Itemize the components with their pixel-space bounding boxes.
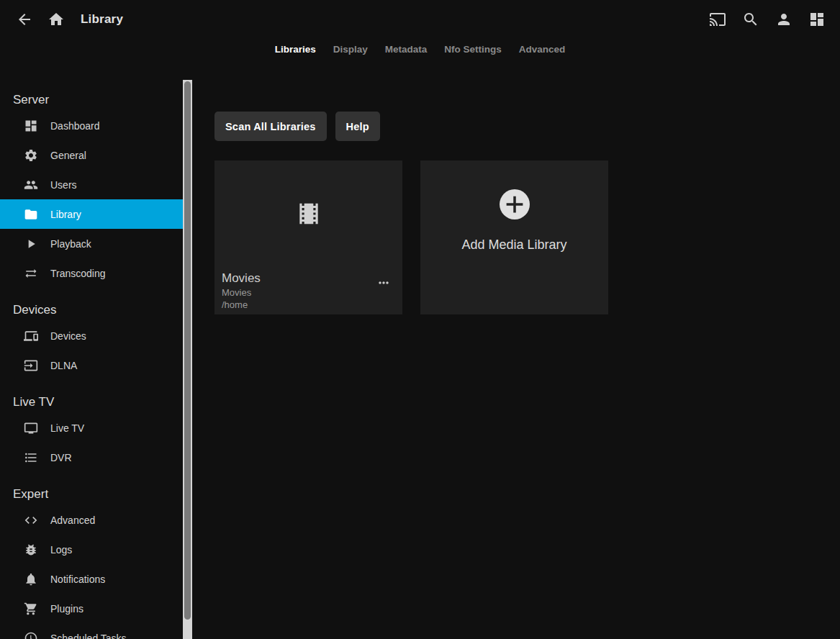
library-card-movies[interactable]: Movies Movies /home [214, 160, 402, 314]
search-icon [742, 11, 759, 28]
topbar: Library [0, 0, 840, 39]
sidebar-item-label: Users [50, 179, 77, 191]
settings-tabs: Libraries Display Metadata Nfo Settings … [0, 40, 840, 58]
scan-all-libraries-button[interactable]: Scan All Libraries [214, 112, 327, 141]
library-card-image [214, 160, 402, 267]
sidebar-item-label: Scheduled Tasks [50, 633, 127, 639]
input-icon [24, 358, 38, 373]
sidebar-item-label: Devices [50, 330, 86, 342]
home-button[interactable] [40, 4, 72, 35]
section-header-devices: Devices [0, 299, 192, 321]
tab-advanced[interactable]: Advanced [518, 42, 566, 56]
play-icon [24, 237, 38, 251]
help-button[interactable]: Help [335, 112, 380, 141]
sidebar-item-transcoding[interactable]: Transcoding [0, 258, 183, 288]
sidebar-item-logs[interactable]: Logs [0, 535, 183, 564]
sidebar-item-label: Playback [50, 238, 91, 250]
dashboard-icon [808, 11, 826, 28]
user-icon [775, 11, 792, 28]
clock-icon [24, 631, 38, 639]
sidebar-item-label: Logs [50, 544, 72, 556]
section-header-livetv: Live TV [0, 391, 192, 413]
sidebar-item-dashboard[interactable]: Dashboard [0, 111, 183, 140]
cast-icon [709, 11, 726, 28]
sidebar-item-label: Library [50, 209, 81, 220]
page-title: Library [81, 12, 123, 27]
sidebar-item-label: Plugins [50, 603, 83, 615]
section-header-server: Server [0, 89, 192, 111]
dashboard-icon [24, 119, 38, 133]
sidebar-item-devices[interactable]: Devices [0, 321, 183, 350]
sidebar-item-advanced[interactable]: Advanced [0, 505, 183, 535]
sidebar-item-scheduled-tasks[interactable]: Scheduled Tasks [0, 623, 183, 639]
gear-icon [24, 148, 38, 163]
add-media-library-label: Add Media Library [461, 237, 566, 253]
sidebar-item-label: Live TV [50, 422, 84, 434]
sidebar-section-server: Server Dashboard General Users Library P… [0, 89, 192, 288]
sidebar-section-devices: Devices Devices DLNA [0, 299, 192, 380]
library-type: Movies [222, 286, 395, 299]
drawer-scrollbar[interactable] [183, 80, 192, 639]
library-cards: Movies Movies /home Add Media Library [214, 160, 840, 314]
library-menu-button[interactable] [374, 273, 394, 293]
libraries-page: Scan All Libraries Help Movies Movies /h… [192, 78, 840, 639]
sidebar-item-label: Transcoding [50, 268, 106, 279]
sidebar-item-label: Notifications [50, 574, 105, 585]
dashboard-button[interactable] [801, 4, 833, 35]
library-title: Movies [222, 271, 395, 286]
sidebar-item-plugins[interactable]: Plugins [0, 594, 183, 623]
sidebar-section-expert: Expert Advanced Logs Notifications Plugi… [0, 484, 192, 639]
list-icon [24, 450, 38, 465]
sidebar-item-notifications[interactable]: Notifications [0, 564, 183, 594]
sidebar-item-label: DVR [50, 452, 72, 463]
tv-icon [24, 421, 38, 435]
search-button[interactable] [735, 4, 767, 35]
tab-nfo-settings[interactable]: Nfo Settings [443, 42, 502, 56]
tab-metadata[interactable]: Metadata [384, 42, 428, 56]
add-media-library-card[interactable]: Add Media Library [420, 160, 608, 314]
topbar-right [702, 4, 833, 35]
back-icon [16, 11, 33, 28]
tab-libraries[interactable]: Libraries [274, 42, 317, 56]
sidebar-section-livetv: Live TV Live TV DVR [0, 391, 192, 472]
film-icon [295, 200, 322, 227]
sidebar-item-label: General [50, 150, 86, 161]
home-icon [48, 11, 65, 28]
sidebar-item-dvr[interactable]: DVR [0, 443, 183, 472]
bug-icon [24, 543, 38, 557]
code-icon [24, 513, 38, 527]
sidebar-item-label: Dashboard [50, 120, 100, 132]
more-horiz-icon [376, 276, 391, 290]
devices-icon [24, 329, 38, 343]
section-header-expert: Expert [0, 484, 192, 505]
back-button[interactable] [9, 4, 40, 35]
cart-icon [24, 602, 38, 616]
drawer-scrollbar-thumb[interactable] [184, 81, 191, 620]
topbar-left: Library [9, 4, 123, 35]
library-path: /home [222, 299, 395, 311]
transcode-icon [24, 266, 38, 281]
sidebar-item-users[interactable]: Users [0, 170, 183, 199]
bell-icon [24, 572, 38, 586]
users-icon [24, 178, 38, 192]
plus-icon [500, 189, 530, 219]
sidebar-item-library[interactable]: Library [0, 199, 183, 229]
sidebar-item-label: DLNA [50, 360, 77, 371]
sidebar-item-playback[interactable]: Playback [0, 229, 183, 258]
sidebar-item-general[interactable]: General [0, 140, 183, 170]
sidebar-item-label: Advanced [50, 515, 95, 526]
library-toolbar: Scan All Libraries Help [214, 112, 840, 141]
sidebar-item-livetv[interactable]: Live TV [0, 413, 183, 443]
sidebar: Server Dashboard General Users Library P… [0, 78, 192, 639]
user-button[interactable] [768, 4, 800, 35]
cast-button[interactable] [702, 4, 733, 35]
sidebar-item-dlna[interactable]: DLNA [0, 350, 183, 380]
folder-icon [24, 207, 38, 222]
tab-display[interactable]: Display [333, 42, 369, 56]
